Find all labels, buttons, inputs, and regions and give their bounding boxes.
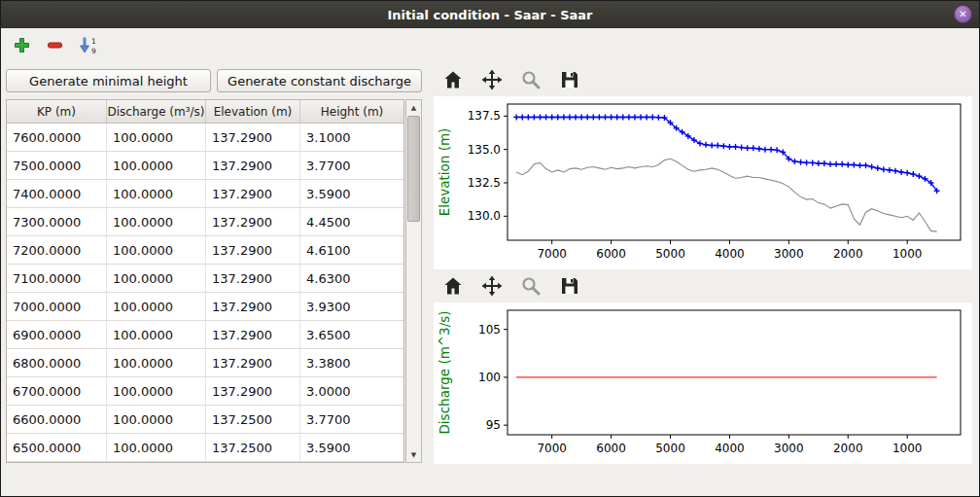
plot-pan-button[interactable]: [480, 68, 504, 91]
close-icon[interactable]: ✕: [954, 5, 972, 23]
plot-zoom-button[interactable]: [519, 274, 542, 298]
table-row[interactable]: 7300.0000100.0000137.29004.4500: [7, 208, 403, 236]
elevation-plot-toolbar: [434, 63, 973, 96]
left-panel: Generate minimal height Generate constan…: [1, 61, 426, 464]
table-cell[interactable]: 3.5900: [300, 434, 403, 461]
table-cell[interactable]: 137.2900: [206, 377, 300, 405]
table-cell[interactable]: 7500.0000: [7, 152, 107, 179]
table-cell[interactable]: 100.0000: [107, 321, 206, 348]
scroll-up-icon[interactable]: ▲: [406, 100, 421, 115]
plot-home-button[interactable]: [441, 68, 465, 91]
table-cell[interactable]: 137.2500: [206, 406, 300, 433]
sort-badge-bottom: 9: [91, 47, 96, 54]
table-row[interactable]: 6600.0000100.0000137.25003.7700: [7, 406, 403, 434]
save-icon: [559, 275, 580, 297]
svg-text:132.5: 132.5: [468, 176, 501, 190]
remove-icon: [47, 37, 63, 53]
scrollbar-track[interactable]: [406, 115, 421, 447]
table-cell[interactable]: 7100.0000: [7, 265, 107, 292]
table-cell[interactable]: 100.0000: [107, 293, 206, 320]
table-cell[interactable]: 137.2900: [206, 321, 300, 348]
column-header-kp[interactable]: KP (m): [7, 100, 107, 123]
titlebar[interactable]: Initial condition - Saar - Saar ✕: [1, 1, 979, 28]
table-cell[interactable]: 6700.0000: [7, 377, 107, 405]
table-cell[interactable]: 3.9300: [300, 293, 403, 320]
table-cell[interactable]: 137.2900: [206, 124, 300, 151]
table-cell[interactable]: 3.7700: [300, 152, 403, 179]
plot-save-button[interactable]: [558, 274, 581, 298]
column-header-discharge[interactable]: Discharge (m³/s): [107, 100, 206, 123]
table-cell[interactable]: 7200.0000: [7, 236, 107, 264]
table-cell[interactable]: 137.2900: [206, 180, 300, 207]
table-row[interactable]: 7200.0000100.0000137.29004.6100: [7, 236, 403, 265]
table-cell[interactable]: 100.0000: [107, 406, 206, 433]
table-cell[interactable]: 100.0000: [107, 124, 206, 151]
table-cell[interactable]: 3.6500: [300, 321, 403, 348]
column-header-elevation[interactable]: Elevation (m): [206, 100, 300, 123]
table-cell[interactable]: 100.0000: [107, 377, 206, 405]
table-cell[interactable]: 7600.0000: [7, 124, 107, 151]
table-cell[interactable]: 7000.0000: [7, 293, 107, 320]
add-row-button[interactable]: [11, 34, 32, 55]
column-header-height[interactable]: Height (m): [300, 100, 403, 123]
table-cell[interactable]: 137.2900: [206, 208, 300, 235]
svg-text:7000: 7000: [537, 247, 567, 261]
table-cell[interactable]: 3.0000: [300, 377, 403, 405]
table-cell[interactable]: 3.3800: [300, 349, 403, 376]
table-row[interactable]: 6500.0000100.0000137.25003.5900: [7, 434, 403, 462]
table-cell[interactable]: 4.4500: [300, 208, 403, 235]
plot-pan-button[interactable]: [480, 274, 504, 298]
table-row[interactable]: 7600.0000100.0000137.29003.1000: [7, 124, 403, 152]
table-row[interactable]: 7500.0000100.0000137.29003.7700: [7, 152, 403, 180]
table-cell[interactable]: 137.2900: [206, 265, 300, 292]
discharge-chart[interactable]: 700060005000400030002000100010510095Disc…: [434, 302, 972, 464]
scroll-down-icon[interactable]: ▼: [406, 447, 421, 462]
delete-row-button[interactable]: [44, 34, 65, 55]
svg-text:Elevation (m): Elevation (m): [437, 128, 452, 217]
scrollbar-thumb[interactable]: [407, 116, 420, 222]
plot-zoom-button[interactable]: [519, 68, 542, 91]
table-cell[interactable]: 137.2900: [206, 293, 300, 320]
table-cell[interactable]: 7300.0000: [7, 208, 107, 235]
table-cell[interactable]: 100.0000: [107, 180, 206, 207]
table-cell[interactable]: 3.7700: [300, 406, 403, 433]
svg-text:2000: 2000: [833, 247, 863, 261]
table-cell[interactable]: 100.0000: [107, 349, 206, 376]
table-cell[interactable]: 100.0000: [107, 236, 206, 264]
table-scrollbar[interactable]: ▲ ▼: [405, 99, 422, 463]
table-cell[interactable]: 4.6300: [300, 265, 403, 292]
table-cell[interactable]: 137.2900: [206, 236, 300, 264]
table-row[interactable]: 6700.0000100.0000137.29003.0000: [7, 377, 403, 406]
svg-text:Discharge (m^3/s): Discharge (m^3/s): [437, 310, 452, 434]
plot-home-button[interactable]: [441, 274, 465, 298]
table-row[interactable]: 7000.0000100.0000137.29003.9300: [7, 293, 403, 321]
sort-rows-button[interactable]: 1 9: [77, 34, 98, 55]
svg-text:135.0: 135.0: [468, 143, 501, 157]
table-row[interactable]: 7100.0000100.0000137.29004.6300: [7, 265, 403, 293]
table-cell[interactable]: 6800.0000: [7, 349, 107, 376]
plot-save-button[interactable]: [558, 68, 581, 91]
table-cell[interactable]: 137.2900: [206, 152, 300, 179]
generate-constant-discharge-button[interactable]: Generate constant discharge: [217, 69, 422, 92]
generate-minimal-height-button[interactable]: Generate minimal height: [6, 69, 211, 92]
sort-descending-icon: 1 9: [78, 36, 97, 54]
table-cell[interactable]: 6900.0000: [7, 321, 107, 348]
table-cell[interactable]: 6500.0000: [7, 434, 107, 461]
table-row[interactable]: 7400.0000100.0000137.29003.5900: [7, 180, 403, 208]
table-cell[interactable]: 3.5900: [300, 180, 403, 207]
table-cell[interactable]: 100.0000: [107, 265, 206, 292]
table-row[interactable]: 6900.0000100.0000137.29003.6500: [7, 321, 403, 349]
table-cell[interactable]: 7400.0000: [7, 180, 107, 207]
table-cell[interactable]: 6600.0000: [7, 406, 107, 433]
svg-text:5000: 5000: [655, 247, 685, 261]
table-cell[interactable]: 137.2900: [206, 349, 300, 376]
table-cell[interactable]: 3.1000: [300, 124, 403, 151]
table-cell[interactable]: 4.6100: [300, 236, 403, 264]
table-cell[interactable]: 100.0000: [107, 208, 206, 235]
elevation-chart[interactable]: 7000600050004000300020001000137.5135.013…: [434, 96, 972, 269]
table-cell[interactable]: 137.2500: [206, 434, 300, 461]
table-cell[interactable]: 100.0000: [107, 152, 206, 179]
table-row[interactable]: 6800.0000100.0000137.29003.3800: [7, 349, 403, 377]
table-cell[interactable]: 100.0000: [107, 434, 206, 461]
svg-text:95: 95: [486, 418, 501, 432]
